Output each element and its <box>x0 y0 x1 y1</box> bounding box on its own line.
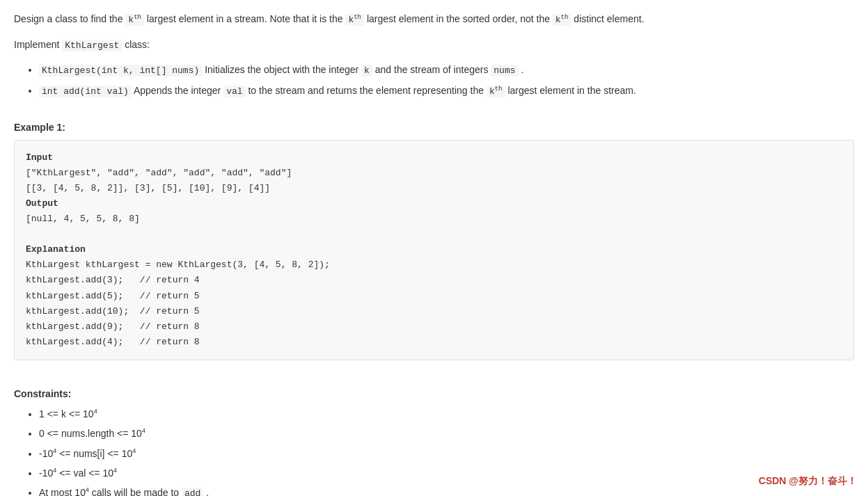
constructor-and: and the stream of integers <box>375 64 491 75</box>
k-superscript-3: kth <box>553 14 571 26</box>
method-add: int add(int val) Appends the integer val… <box>39 83 854 99</box>
explanation-line-5: kthLargest.add(4); // return 8 <box>26 337 200 347</box>
input-line2: [[3, [4, 5, 8, 2]], [3], [5], [10], [9],… <box>26 183 270 193</box>
explanation-line-3: kthLargest.add(10); // return 5 <box>26 306 200 317</box>
add-desc: Appends the integer <box>134 85 223 96</box>
constraint-2: 0 <= nums.length <= 104 <box>39 426 854 441</box>
constraint-5: At most 104 calls will be made to add . <box>39 485 854 496</box>
constraint-3: -104 <= nums[i] <= 104 <box>39 446 854 461</box>
example-section: Example 1: Input ["KthLargest", "add", "… <box>14 122 854 360</box>
input-label: Input <box>26 152 53 163</box>
constraints-list: 1 <= k <= 104 0 <= nums.length <= 104 -1… <box>39 406 854 496</box>
explanation-line-1: kthLargest.add(3); // return 4 <box>26 275 200 285</box>
implement-line: Implement KthLargest class: <box>14 39 854 51</box>
output-value: [null, 4, 5, 5, 8, 8] <box>26 214 140 224</box>
add-inline: add <box>182 488 203 496</box>
constraint-2-text: 0 <= nums.length <= 104 <box>39 428 145 439</box>
explanation-line-0: KthLargest kthLargest = new KthLargest(3… <box>26 259 330 270</box>
method-constructor: KthLargest(int k, int[] nums) Initialize… <box>39 62 854 79</box>
constraint-1: 1 <= k <= 104 <box>39 406 854 422</box>
k-superscript-2: kth <box>345 14 364 26</box>
constraint-4-text: -104 <= val <= 104 <box>39 467 117 479</box>
constraints-section: Constraints: 1 <= k <= 104 0 <= nums.len… <box>14 388 854 496</box>
explanation-label: Explanation <box>26 244 86 255</box>
class-name-inline: KthLargest <box>62 40 122 51</box>
constraint-1-text: 1 <= k <= 104 <box>39 408 97 419</box>
k-superscript-add: kth <box>487 86 505 97</box>
intro-paragraph: Design a class to find the kth largest e… <box>14 11 854 28</box>
implement-label: Implement <box>14 39 62 50</box>
explanation-line-4: kthLargest.add(9); // return 8 <box>26 321 200 332</box>
add-signature: int add(int val) <box>39 86 132 97</box>
output-label: Output <box>26 198 58 209</box>
constraints-title: Constraints: <box>14 388 854 399</box>
nums-var: nums <box>491 65 518 77</box>
k-superscript-1: kth <box>125 14 144 26</box>
k-var: k <box>361 65 372 77</box>
add-end: largest element in the stream. <box>507 85 636 96</box>
add-mid: to the stream and returns the element re… <box>248 85 486 96</box>
explanation-line-2: kthLargest.add(5); // return 5 <box>26 291 200 301</box>
constructor-desc: Initializes the object with the integer <box>205 64 361 75</box>
intro-part2: largest element in a stream. Note that i… <box>144 13 345 24</box>
constraint-3-text: -104 <= nums[i] <= 104 <box>39 448 136 459</box>
constraint-4: -104 <= val <= 104 <box>39 465 854 481</box>
intro-part3: largest element in the sorted order, not… <box>364 13 553 24</box>
implement-suffix: class: <box>122 39 150 50</box>
watermark: CSDN @努力！奋斗！ <box>759 475 857 488</box>
intro-part4: distinct element. <box>571 13 644 24</box>
constructor-signature: KthLargest(int k, int[] nums) <box>39 65 202 77</box>
methods-list: KthLargest(int k, int[] nums) Initialize… <box>39 62 854 99</box>
input-line1: ["KthLargest", "add", "add", "add", "add… <box>26 168 292 178</box>
example-title: Example 1: <box>14 122 854 133</box>
example-code-block: Input ["KthLargest", "add", "add", "add"… <box>14 140 854 360</box>
constraint-5-text: At most 104 calls will be made to <box>39 487 182 496</box>
intro-part1: Design a class to find the <box>14 13 125 24</box>
constraint-5-end: . <box>203 487 209 496</box>
constructor-end: . <box>521 64 523 75</box>
val-var: val <box>223 86 245 97</box>
